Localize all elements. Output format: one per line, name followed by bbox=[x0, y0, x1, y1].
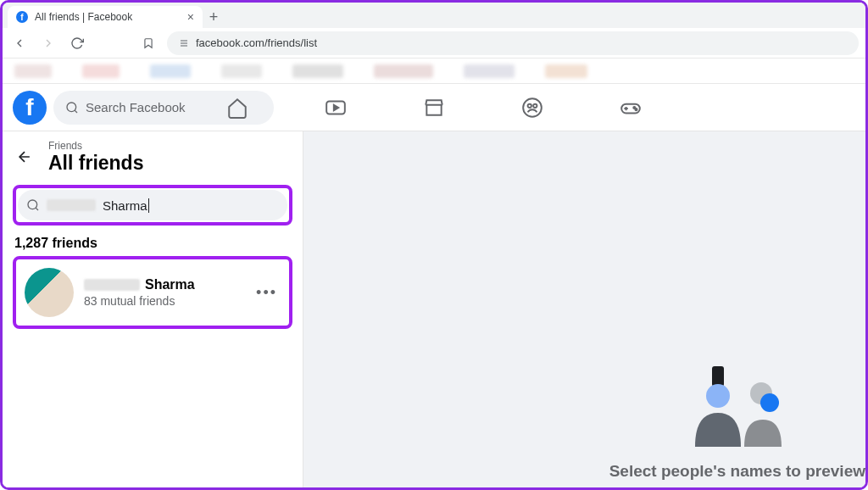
reload-button[interactable] bbox=[67, 33, 87, 53]
more-options-icon[interactable]: ••• bbox=[253, 284, 281, 302]
placeholder-text: Select people's names to preview bbox=[609, 462, 865, 481]
breadcrumb[interactable]: Friends bbox=[48, 140, 143, 152]
svg-point-2 bbox=[523, 98, 542, 117]
svg-point-8 bbox=[28, 200, 37, 209]
redacted-text bbox=[47, 199, 96, 211]
url-input[interactable]: facebook.com/friends/list bbox=[167, 31, 859, 55]
search-icon bbox=[65, 101, 79, 114]
bookmark-item[interactable] bbox=[150, 64, 191, 78]
highlight-result: Sharma 83 mutual friends ••• bbox=[13, 256, 292, 329]
site-settings-icon bbox=[179, 38, 189, 48]
search-placeholder: Search Facebook bbox=[86, 100, 186, 114]
bookmark-icon[interactable] bbox=[138, 33, 159, 53]
svg-point-10 bbox=[706, 384, 730, 408]
friends-sidebar: Friends All friends Sharma 1,287 friends… bbox=[3, 131, 303, 487]
bookmark-item[interactable] bbox=[82, 64, 120, 78]
bookmark-item[interactable] bbox=[292, 64, 343, 78]
friend-list-item[interactable]: Sharma 83 mutual friends ••• bbox=[18, 261, 287, 324]
bookmark-item[interactable] bbox=[464, 64, 515, 78]
friend-search-input[interactable]: Sharma bbox=[18, 190, 287, 220]
redacted-text bbox=[84, 279, 140, 291]
browser-tab[interactable]: All friends | Facebook × bbox=[8, 6, 203, 28]
friend-name: Sharma bbox=[84, 277, 242, 292]
bookmarks-bar bbox=[3, 58, 865, 84]
back-arrow-icon[interactable] bbox=[13, 145, 36, 169]
svg-point-12 bbox=[760, 393, 779, 412]
video-icon[interactable] bbox=[325, 97, 347, 119]
forward-button[interactable] bbox=[38, 33, 58, 53]
bookmark-item[interactable] bbox=[545, 64, 587, 78]
friend-subtext: 83 mutual friends bbox=[84, 294, 242, 308]
content-area: Friends All friends Sharma 1,287 friends… bbox=[3, 131, 865, 487]
browser-address-bar: facebook.com/friends/list bbox=[3, 28, 865, 58]
home-icon[interactable] bbox=[226, 97, 248, 119]
gaming-icon[interactable] bbox=[620, 97, 642, 119]
svg-rect-9 bbox=[712, 366, 724, 387]
search-icon bbox=[26, 198, 40, 212]
bookmark-item[interactable] bbox=[374, 64, 433, 78]
svg-point-0 bbox=[67, 103, 76, 112]
empty-state: Select people's names to preview bbox=[609, 362, 865, 487]
facebook-top-nav bbox=[226, 97, 642, 119]
bookmark-item[interactable] bbox=[14, 64, 52, 78]
highlight-search: Sharma bbox=[13, 185, 292, 226]
facebook-header: f Search Facebook bbox=[3, 84, 865, 131]
url-text: facebook.com/friends/list bbox=[196, 36, 317, 49]
page-title: All friends bbox=[48, 152, 143, 175]
svg-point-3 bbox=[528, 103, 531, 107]
friend-count: 1,287 friends bbox=[14, 236, 292, 251]
main-panel: Select people's names to preview bbox=[303, 131, 865, 487]
svg-point-4 bbox=[533, 103, 537, 107]
back-button[interactable] bbox=[9, 33, 30, 53]
avatar bbox=[25, 268, 74, 317]
svg-point-7 bbox=[635, 109, 637, 110]
search-value: Sharma bbox=[103, 198, 149, 213]
tab-title: All friends | Facebook bbox=[35, 11, 132, 23]
groups-icon[interactable] bbox=[521, 97, 543, 119]
bookmark-item[interactable] bbox=[221, 64, 262, 78]
people-placeholder-icon bbox=[678, 362, 797, 455]
new-tab-button[interactable]: + bbox=[203, 6, 225, 28]
marketplace-icon[interactable] bbox=[423, 97, 445, 119]
facebook-logo[interactable]: f bbox=[13, 91, 47, 125]
facebook-favicon bbox=[16, 11, 28, 23]
browser-tab-bar: All friends | Facebook × + bbox=[3, 3, 865, 28]
close-tab-icon[interactable]: × bbox=[187, 10, 194, 24]
